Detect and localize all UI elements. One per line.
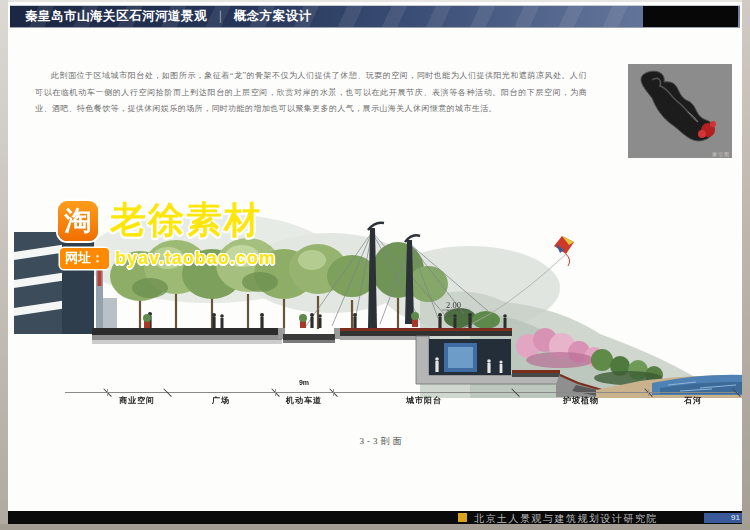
dimension-guide (275, 389, 276, 396)
key-map: 索引图 (628, 64, 732, 158)
zone-label-commercial: 商业空间 (119, 395, 155, 406)
slide-canvas: 秦皇岛市山海关区石河河道景观 ｜ 概念方案设计 此剖面位于区域城市阳台处，如图所… (0, 0, 750, 530)
watermark-url: byav.taobao.com (115, 248, 276, 269)
plaza-ground (92, 328, 282, 344)
dimension-guide (107, 389, 108, 396)
header-black-block (643, 6, 738, 27)
project-subtitle: 概念方案设计 (234, 8, 312, 25)
page-margin-right (742, 0, 750, 530)
footer-bar: 北京土人景观与建筑规划设计研究院 91 (6, 511, 746, 524)
intro-paragraph: 此剖面位于区域城市阳台处，如图所示，象征着“龙”的骨架不仅为人们提供了休憩、玩耍… (35, 68, 587, 118)
zone-label-road: 机动车道 (286, 395, 322, 406)
road (278, 328, 341, 343)
page-margin-bottom (0, 524, 750, 530)
zone-label-river: 石河 (684, 395, 702, 406)
watermark-brand: 老徐素材 (110, 196, 262, 245)
planters (143, 312, 419, 328)
watermark-url-prefix: 网址： (60, 248, 109, 269)
page-margin-top (0, 0, 750, 2)
zone-label-plaza: 广场 (212, 395, 230, 406)
title-separator: ｜ (214, 8, 227, 25)
watermark: 淘 老徐素材 网址： byav.taobao.com (58, 196, 276, 269)
dimension-guide (648, 389, 649, 396)
section-caption: 3-3剖面 (360, 435, 405, 448)
elevation-label: 2.00 (446, 300, 461, 310)
zone-label-city-balcony: 城市阳台 (406, 395, 442, 406)
key-map-graphic (628, 64, 732, 158)
page-margin-left (0, 0, 8, 530)
dimension-guide (333, 389, 334, 396)
project-title: 秦皇岛市山海关区石河河道景观 (25, 8, 207, 25)
zone-label-slope-plants: 护坡植物 (563, 395, 599, 406)
taobao-badge-icon: 淘 (58, 201, 98, 241)
page-title: 秦皇岛市山海关区石河河道景观 ｜ 概念方案设计 (25, 6, 312, 27)
road-width-label: 9m (299, 379, 309, 386)
page-number: 91 (704, 513, 744, 523)
header-bar: 秦皇岛市山海关区石河河道景观 ｜ 概念方案设计 (10, 5, 740, 28)
cross-section-illustration: 2.00 (0, 148, 750, 398)
institute-logo-icon (458, 513, 467, 522)
